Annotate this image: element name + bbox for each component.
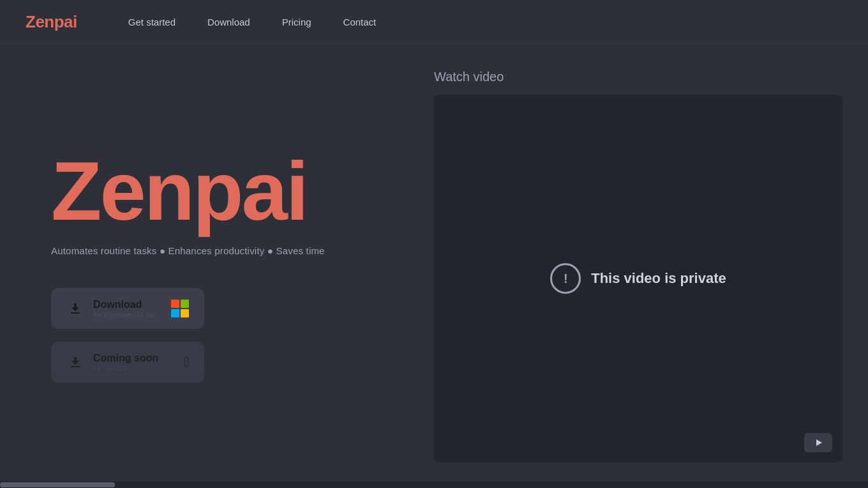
hero-logo: Zenpai bbox=[51, 149, 383, 233]
private-icon: ! bbox=[550, 263, 581, 294]
download-windows-sub: for Windows (64 bit) bbox=[93, 311, 156, 319]
download-windows-card[interactable]: Download for Windows (64 bit) bbox=[51, 288, 204, 329]
scrollbar-thumb[interactable] bbox=[0, 482, 115, 487]
youtube-button[interactable] bbox=[804, 433, 832, 452]
video-private-message: ! This video is private bbox=[550, 263, 726, 294]
nav-download[interactable]: Download bbox=[195, 11, 263, 33]
download-arrow-icon-windows bbox=[66, 300, 84, 317]
windows-logo-icon bbox=[171, 300, 189, 317]
nav-get-started[interactable]: Get started bbox=[116, 11, 188, 33]
watch-video-label: Watch video bbox=[434, 70, 842, 84]
main-nav: Get started Download Pricing Contact bbox=[116, 11, 389, 33]
download-windows-text: Download for Windows (64 bit) bbox=[93, 298, 156, 319]
video-container: ! This video is private bbox=[434, 95, 842, 462]
download-windows-main: Download bbox=[93, 298, 156, 310]
scrollbar[interactable] bbox=[0, 482, 868, 488]
right-panel: Watch video ! This video is private bbox=[421, 44, 868, 488]
download-mac-left: Coming soon for macOS bbox=[66, 352, 158, 372]
youtube-icon bbox=[811, 437, 826, 448]
left-panel: Zenpai Automates routine tasks ● Enhance… bbox=[0, 44, 421, 488]
download-mac-card[interactable]: Coming soon for macOS  bbox=[51, 342, 204, 383]
download-mac-sub: for macOS bbox=[93, 365, 158, 372]
hero-tagline: Automates routine tasks ● Enhances produ… bbox=[51, 245, 383, 256]
download-mac-text: Coming soon for macOS bbox=[93, 352, 158, 372]
header: Zenpai Get started Download Pricing Cont… bbox=[0, 0, 868, 44]
main-content: Zenpai Automates routine tasks ● Enhance… bbox=[0, 44, 868, 488]
download-windows-left: Download for Windows (64 bit) bbox=[66, 298, 156, 319]
site-logo[interactable]: Zenpai bbox=[26, 12, 77, 32]
download-arrow-icon-mac bbox=[66, 353, 84, 371]
nav-pricing[interactable]: Pricing bbox=[269, 11, 324, 33]
apple-logo-icon:  bbox=[184, 355, 189, 369]
download-buttons: Download for Windows (64 bit) bbox=[51, 288, 383, 383]
private-text: This video is private bbox=[591, 270, 726, 287]
nav-contact[interactable]: Contact bbox=[331, 11, 389, 33]
download-mac-main: Coming soon bbox=[93, 352, 158, 364]
